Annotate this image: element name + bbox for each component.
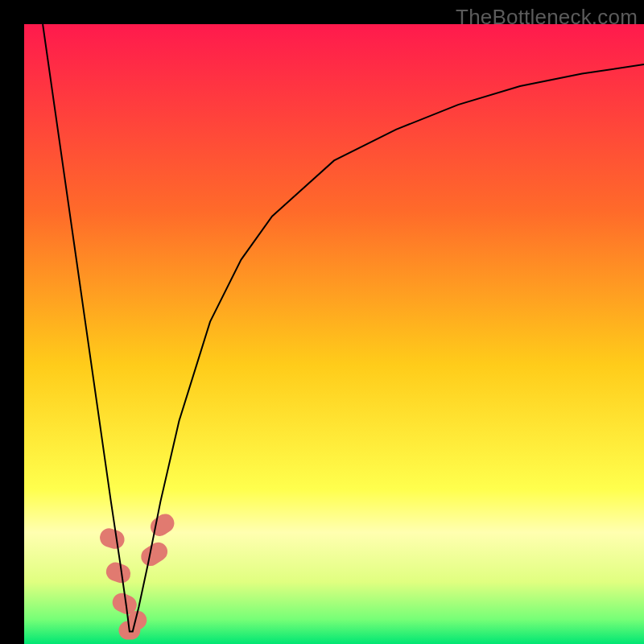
plot-area [24, 24, 644, 644]
chart-svg [24, 24, 644, 644]
chart-stage: TheBottleneck.com [0, 0, 644, 644]
gradient-background [24, 24, 644, 644]
watermark-text: TheBottleneck.com [456, 5, 638, 30]
